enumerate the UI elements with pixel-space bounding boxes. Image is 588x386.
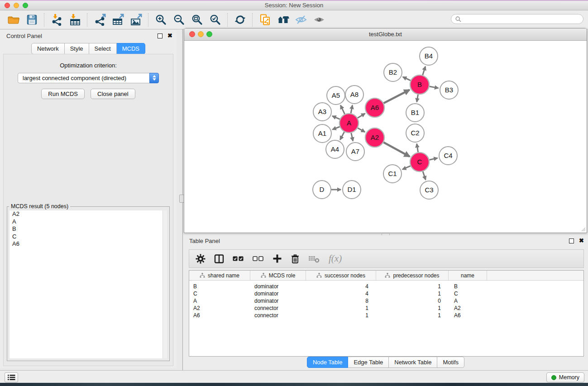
edge-B-B4[interactable]: [423, 67, 425, 75]
node-C[interactable]: C: [410, 152, 429, 172]
table-tab-network-table[interactable]: Network Table: [389, 357, 437, 368]
show-all-views-button[interactable]: [274, 12, 292, 28]
edge-B-B2[interactable]: [403, 77, 411, 81]
edge-B-B3[interactable]: [430, 86, 439, 88]
select-all-columns-button[interactable]: [233, 253, 244, 265]
tab-select[interactable]: Select: [89, 43, 117, 54]
table-row[interactable]: A6connector11A6: [189, 312, 583, 319]
table-tab-edge-table[interactable]: Edge Table: [348, 357, 389, 368]
memory-button[interactable]: Memory: [546, 372, 584, 382]
create-column-button[interactable]: [272, 253, 282, 265]
new-network-view-button[interactable]: [256, 12, 274, 28]
table-tab-motifs[interactable]: Motifs: [437, 357, 464, 368]
table-settings-button[interactable]: [196, 253, 206, 265]
edge-A-A8[interactable]: [351, 105, 352, 114]
close-window-button[interactable]: [5, 3, 10, 8]
minimize-window-button[interactable]: [14, 3, 19, 8]
float-table-panel-icon[interactable]: [569, 238, 574, 243]
edge-C-C4[interactable]: [429, 158, 437, 160]
zoom-fit-button[interactable]: [188, 12, 206, 28]
edge-A-A2[interactable]: [358, 128, 365, 132]
table-row[interactable]: Adominator80A: [189, 297, 583, 305]
zoom-window-button[interactable]: [23, 3, 28, 8]
result-item[interactable]: A: [10, 218, 167, 226]
node-D1[interactable]: D1: [343, 181, 361, 199]
edge-A-A6[interactable]: [358, 114, 365, 118]
table-row[interactable]: Bdominator41B: [189, 283, 583, 290]
import-table-button[interactable]: [66, 12, 84, 28]
node-B3[interactable]: B3: [440, 81, 458, 99]
node-B1[interactable]: B1: [406, 104, 424, 122]
search-input[interactable]: [464, 15, 579, 23]
node-A[interactable]: A: [339, 114, 359, 133]
zoom-selected-button[interactable]: [206, 12, 224, 28]
close-table-panel-icon[interactable]: ✖: [579, 238, 584, 243]
node-C4[interactable]: C4: [439, 147, 457, 165]
export-network-button[interactable]: [91, 12, 109, 28]
node-A8[interactable]: A8: [345, 86, 363, 104]
open-session-button[interactable]: [5, 12, 23, 28]
function-builder-button[interactable]: f(x): [329, 253, 342, 265]
node-D[interactable]: D: [313, 181, 331, 199]
network-canvas[interactable]: AA1A3A5A8A4A7A6A2BB2B4B3B1CC2C4C1C3DD1: [184, 41, 587, 233]
node-B[interactable]: B: [410, 75, 429, 94]
table-row[interactable]: Cdominator41C: [189, 290, 583, 297]
network-close-button[interactable]: [189, 31, 195, 37]
tab-style[interactable]: Style: [65, 43, 89, 54]
node-A2[interactable]: A2: [365, 128, 384, 147]
node-A5[interactable]: A5: [327, 86, 345, 105]
edge-C-C2[interactable]: [417, 144, 418, 152]
node-B4[interactable]: B4: [420, 47, 438, 65]
result-item[interactable]: A2: [10, 210, 167, 218]
save-session-button[interactable]: [23, 12, 41, 28]
import-network-button[interactable]: [48, 12, 66, 28]
table-tab-node-table[interactable]: Node Table: [307, 357, 349, 368]
edge-A-A7[interactable]: [351, 133, 353, 141]
result-item[interactable]: C: [10, 233, 167, 241]
edge-A-A5[interactable]: [340, 105, 344, 114]
zoom-in-button[interactable]: [152, 12, 170, 28]
export-table-button[interactable]: [109, 12, 127, 28]
node-B2[interactable]: B2: [384, 63, 402, 81]
mcds-result-list[interactable]: A2ABCA6: [10, 210, 167, 358]
refresh-view-button[interactable]: [231, 12, 249, 28]
tab-network[interactable]: Network: [31, 43, 65, 54]
node-A1[interactable]: A1: [313, 124, 331, 143]
node-A7[interactable]: A7: [346, 143, 364, 161]
result-scrollbar[interactable]: [163, 210, 167, 358]
node-A4[interactable]: A4: [326, 140, 344, 158]
show-graphics-details-button[interactable]: [310, 12, 328, 28]
deselect-all-columns-button[interactable]: [253, 253, 264, 265]
tab-mcds[interactable]: MCDS: [117, 43, 145, 54]
float-panel-icon[interactable]: [158, 33, 163, 38]
export-image-button[interactable]: [127, 12, 145, 28]
table-row[interactable]: A2connector11A2: [189, 305, 583, 312]
column-header-shared-name[interactable]: shared name: [189, 271, 250, 280]
edge-A-A4[interactable]: [340, 132, 344, 139]
network-zoom-button[interactable]: [206, 31, 212, 37]
node-C2[interactable]: C2: [406, 124, 424, 142]
column-header-MCDS-role[interactable]: MCDS role: [250, 271, 306, 280]
run-mcds-button[interactable]: Run MCDS: [41, 89, 85, 99]
delete-table-button[interactable]: [308, 253, 320, 265]
show-columns-button[interactable]: [214, 253, 224, 265]
zoom-out-button[interactable]: [170, 12, 188, 28]
task-history-button[interactable]: [5, 372, 18, 382]
search-box[interactable]: [451, 14, 583, 24]
resize-grip-icon[interactable]: [580, 226, 586, 232]
close-panel-button[interactable]: Close panel: [91, 89, 135, 99]
node-C1[interactable]: C1: [383, 165, 402, 183]
delete-column-button[interactable]: [291, 253, 300, 265]
network-minimize-button[interactable]: [198, 31, 204, 37]
optimization-criterion-dropdown[interactable]: largest connected component (directed): [18, 73, 159, 83]
edge-C-C3[interactable]: [423, 172, 425, 180]
column-header-successor-nodes[interactable]: successor nodes: [306, 271, 376, 280]
column-header-predecessor-nodes[interactable]: predecessor nodes: [376, 271, 449, 280]
edge-A6-B[interactable]: [384, 90, 410, 103]
edge-C-C1[interactable]: [402, 166, 411, 170]
edge-B-B1[interactable]: [417, 95, 418, 102]
node-A6[interactable]: A6: [365, 98, 384, 117]
edge-A2-C[interactable]: [383, 143, 410, 157]
node-A3[interactable]: A3: [313, 103, 331, 121]
edge-A-A3[interactable]: [332, 116, 340, 119]
